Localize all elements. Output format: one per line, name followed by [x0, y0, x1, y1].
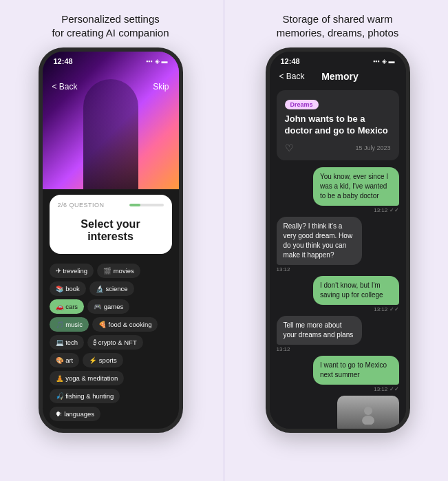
- photo-thumbnail: [337, 396, 399, 429]
- chat-bubble-recv-2: Tell me more about your dreams and plans: [277, 316, 363, 345]
- status-icons-right: ▪▪▪ ◈ ▬: [373, 58, 395, 65]
- signal-icon-right: ▪▪▪: [373, 58, 380, 65]
- interests-grid: ✈ treveling 🎬 movies 📚 book 🔬 science 🚗 …: [43, 259, 179, 425]
- interest-art[interactable]: 🎨 art: [50, 353, 80, 367]
- chat-time-3: 13:12 ✓✓: [374, 306, 398, 312]
- svg-point-0: [364, 407, 372, 415]
- interest-sports[interactable]: ⚡ sports: [83, 353, 123, 367]
- skip-button[interactable]: Skip: [153, 82, 169, 92]
- chat-area: You know, ever since I was a kid, I've w…: [270, 164, 406, 429]
- chat-row-4: Tell me more about your dreams and plans…: [277, 316, 399, 352]
- left-phone: 12:48 ▪▪▪ ◈ ▬ Back Skip: [39, 47, 183, 433]
- interest-languages[interactable]: 🗣 languages: [50, 407, 100, 421]
- check-icon-1: ✓✓: [390, 207, 399, 213]
- question-header: 2/6 QUESTION: [58, 202, 164, 209]
- memory-card: Dreams John wants to be a doctor and go …: [277, 90, 399, 160]
- progress-bar: [129, 204, 164, 206]
- chat-bubble-sent-1: You know, ever since I was a kid, I've w…: [313, 167, 399, 206]
- interest-science[interactable]: 🔬 science: [89, 281, 134, 296]
- chat-time-2: 13:12: [277, 266, 399, 272]
- right-phone: 12:48 ▪▪▪ ◈ ▬ Back Memory Dreams John wa…: [266, 47, 410, 433]
- right-panel-title: Storage of shared warm memories, dreams,…: [277, 12, 399, 39]
- memory-date: 15 July 2023: [355, 145, 390, 151]
- question-number: 2/6 QUESTION: [58, 202, 105, 209]
- left-panel-title: Personalized settings for creating AI co…: [52, 12, 169, 39]
- svg-point-1: [362, 416, 374, 425]
- heart-icon[interactable]: ♡: [285, 142, 294, 153]
- panel-divider: [224, 0, 224, 481]
- status-bar-right: 12:48 ▪▪▪ ◈ ▬: [270, 52, 406, 68]
- interest-music[interactable]: 🎵 music: [50, 317, 89, 332]
- chat-row-3: I don't know, but I'm saving up for coll…: [277, 276, 399, 312]
- check-icon-2: ✓✓: [390, 306, 399, 312]
- nav-bar-right: Back Memory: [270, 68, 406, 87]
- interest-fishing[interactable]: 🎣 fishing & hunting: [50, 389, 120, 403]
- hero-image: 12:48 ▪▪▪ ◈ ▬ Back Skip: [43, 52, 179, 189]
- nav-bar-left: Back Skip: [43, 64, 179, 96]
- memory-title-nav: Memory: [321, 71, 359, 82]
- check-icon-3: ✓✓: [390, 386, 399, 392]
- chat-row-5: I want to go to Mexico next summer 13:12…: [277, 356, 399, 392]
- battery-icon-right: ▬: [389, 58, 395, 65]
- back-button-right[interactable]: Back: [279, 72, 305, 81]
- interest-traveling[interactable]: ✈ treveling: [50, 264, 94, 278]
- interest-cars[interactable]: 🚗 cars: [50, 299, 85, 314]
- photo-thumb-inner: [337, 396, 399, 429]
- memory-tag: Dreams: [285, 100, 319, 109]
- interest-book[interactable]: 📚 book: [50, 281, 86, 296]
- interest-yoga[interactable]: 🧘 yoga & meditation: [50, 371, 125, 385]
- chat-bubble-sent-3: I want to go to Mexico next summer: [313, 356, 399, 385]
- question-card: 2/6 QUESTION Select your interests: [50, 195, 172, 254]
- chat-time-4: 13:12: [277, 346, 399, 352]
- memory-footer: ♡ 15 July 2023: [285, 142, 391, 153]
- interest-tech[interactable]: 💻 tech: [50, 335, 85, 350]
- memory-card-title: John wants to be a doctor and go to Mexi…: [285, 114, 391, 137]
- wifi-icon-right: ◈: [382, 58, 387, 65]
- interest-games[interactable]: 🎮 games: [87, 299, 129, 314]
- interest-food[interactable]: 🍕 food & cooking: [92, 317, 158, 332]
- chat-time-1: 13:12 ✓✓: [374, 207, 398, 213]
- left-panel: Personalized settings for creating AI co…: [0, 0, 221, 481]
- progress-fill: [129, 204, 141, 206]
- person-silhouette: [358, 404, 378, 425]
- question-text: Select your interests: [58, 213, 164, 247]
- status-time-right: 12:48: [281, 57, 300, 65]
- chat-bubble-sent-2: I don't know, but I'm saving up for coll…: [313, 276, 399, 305]
- right-panel: Storage of shared warm memories, dreams,…: [227, 0, 448, 481]
- chat-bubble-recv-1: Really? I think it's a very good dream. …: [277, 217, 363, 265]
- chat-time-5: 13:12 ✓✓: [374, 386, 398, 392]
- interest-crypto[interactable]: ₿ crypto & NFT: [87, 335, 143, 350]
- chat-row-1: You know, ever since I was a kid, I've w…: [277, 167, 399, 213]
- interest-movies[interactable]: 🎬 movies: [97, 264, 140, 278]
- chat-row-photo: [277, 396, 399, 429]
- chat-row-2: Really? I think it's a very good dream. …: [277, 217, 399, 272]
- back-button-left[interactable]: Back: [52, 82, 78, 92]
